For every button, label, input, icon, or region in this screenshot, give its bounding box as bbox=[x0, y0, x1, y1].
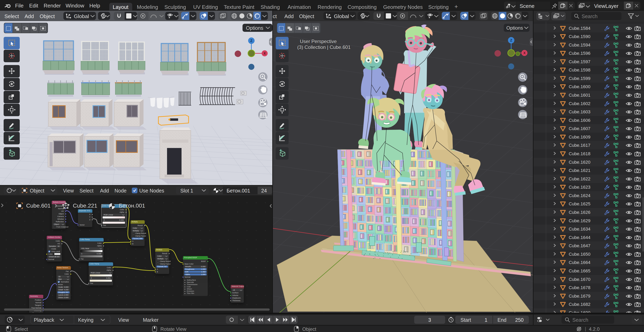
svg-text:X: X bbox=[524, 51, 526, 55]
svg-text:X: X bbox=[264, 52, 266, 55]
svg-text:Z: Z bbox=[250, 39, 252, 43]
svg-text:Z: Z bbox=[510, 39, 512, 42]
